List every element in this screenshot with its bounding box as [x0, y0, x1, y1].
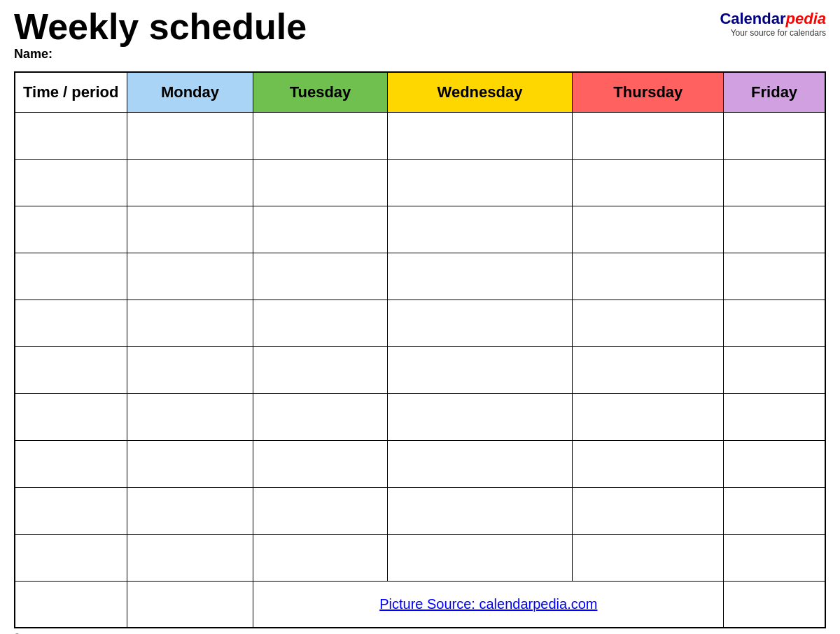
monday-cell[interactable]	[127, 581, 253, 628]
col-header-time: Time / period	[15, 72, 127, 112]
col-header-thursday: Thursday	[573, 72, 724, 112]
day-cell[interactable]	[724, 300, 825, 346]
day-cell[interactable]	[724, 534, 825, 581]
day-cell[interactable]	[573, 534, 724, 581]
day-cell[interactable]	[573, 487, 724, 534]
day-cell[interactable]	[387, 253, 573, 300]
day-cell[interactable]	[253, 206, 387, 253]
day-cell[interactable]	[127, 300, 253, 346]
table-row	[15, 206, 825, 253]
table-row	[15, 393, 825, 440]
day-cell[interactable]	[253, 346, 387, 393]
header-area: Weekly schedule Name: Calendarpedia Your…	[14, 7, 826, 69]
day-cell[interactable]	[573, 300, 724, 346]
day-cell[interactable]	[253, 300, 387, 346]
table-row	[15, 112, 825, 159]
table-row	[15, 534, 825, 581]
day-cell[interactable]	[387, 206, 573, 253]
table-row	[15, 159, 825, 206]
day-cell[interactable]	[724, 112, 825, 159]
time-cell[interactable]	[15, 346, 127, 393]
page: Weekly schedule Name: Calendarpedia Your…	[0, 0, 840, 634]
day-cell[interactable]	[387, 393, 573, 440]
day-cell[interactable]	[127, 393, 253, 440]
day-cell[interactable]	[127, 159, 253, 206]
col-header-monday: Monday	[127, 72, 253, 112]
time-cell[interactable]	[15, 440, 127, 487]
logo-tagline: Your source for calendars	[720, 28, 826, 38]
day-cell[interactable]	[573, 393, 724, 440]
logo-calendar: Calendar	[720, 10, 785, 27]
picture-source-text: Picture Source: calendarpedia.com	[379, 596, 597, 612]
day-cell[interactable]	[724, 346, 825, 393]
table-row	[15, 346, 825, 393]
header-row: Time / period Monday Tuesday Wednesday T…	[15, 72, 825, 112]
time-cell[interactable]	[15, 300, 127, 346]
day-cell[interactable]	[573, 112, 724, 159]
col-header-wednesday: Wednesday	[387, 72, 573, 112]
time-cell[interactable]	[15, 112, 127, 159]
name-label: Name:	[14, 47, 307, 62]
day-cell[interactable]	[127, 440, 253, 487]
col-header-tuesday: Tuesday	[253, 72, 387, 112]
day-cell[interactable]	[127, 253, 253, 300]
day-cell[interactable]	[253, 253, 387, 300]
day-cell[interactable]	[253, 112, 387, 159]
time-cell[interactable]	[15, 253, 127, 300]
day-cell[interactable]	[724, 487, 825, 534]
day-cell[interactable]	[253, 393, 387, 440]
day-cell[interactable]	[127, 534, 253, 581]
day-cell[interactable]	[724, 159, 825, 206]
day-cell[interactable]	[724, 393, 825, 440]
day-cell[interactable]	[724, 440, 825, 487]
table-row	[15, 440, 825, 487]
picture-source-cell: Picture Source: calendarpedia.com	[253, 581, 724, 628]
time-cell[interactable]	[15, 534, 127, 581]
day-cell[interactable]	[127, 206, 253, 253]
day-cell[interactable]	[253, 440, 387, 487]
page-title: Weekly schedule	[14, 7, 307, 47]
logo-pedia: pedia	[786, 10, 826, 27]
day-cell[interactable]	[127, 487, 253, 534]
day-cell[interactable]	[387, 159, 573, 206]
title-area: Weekly schedule Name:	[14, 7, 307, 69]
table-row	[15, 487, 825, 534]
day-cell[interactable]	[387, 346, 573, 393]
day-cell[interactable]	[573, 346, 724, 393]
day-cell[interactable]	[573, 206, 724, 253]
logo-text: Calendarpedia	[720, 10, 826, 28]
day-cell[interactable]	[724, 206, 825, 253]
table-row	[15, 253, 825, 300]
day-cell[interactable]	[253, 487, 387, 534]
day-cell[interactable]	[387, 440, 573, 487]
table-row: Picture Source: calendarpedia.com	[15, 581, 825, 628]
day-cell[interactable]	[387, 112, 573, 159]
col-header-friday: Friday	[724, 72, 825, 112]
day-cell[interactable]	[387, 487, 573, 534]
day-cell[interactable]	[573, 159, 724, 206]
day-cell[interactable]	[573, 440, 724, 487]
day-cell[interactable]	[127, 112, 253, 159]
time-cell[interactable]	[15, 159, 127, 206]
day-cell[interactable]	[387, 300, 573, 346]
friday-cell[interactable]	[724, 581, 825, 628]
day-cell[interactable]	[253, 534, 387, 581]
logo-area: Calendarpedia Your source for calendars	[720, 7, 826, 38]
day-cell[interactable]	[724, 253, 825, 300]
schedule-table: Time / period Monday Tuesday Wednesday T…	[14, 71, 826, 628]
day-cell[interactable]	[387, 534, 573, 581]
table-row	[15, 300, 825, 346]
day-cell[interactable]	[573, 253, 724, 300]
time-cell[interactable]	[15, 206, 127, 253]
time-cell[interactable]	[15, 581, 127, 628]
day-cell[interactable]	[127, 346, 253, 393]
time-cell[interactable]	[15, 393, 127, 440]
day-cell[interactable]	[253, 159, 387, 206]
time-cell[interactable]	[15, 487, 127, 534]
